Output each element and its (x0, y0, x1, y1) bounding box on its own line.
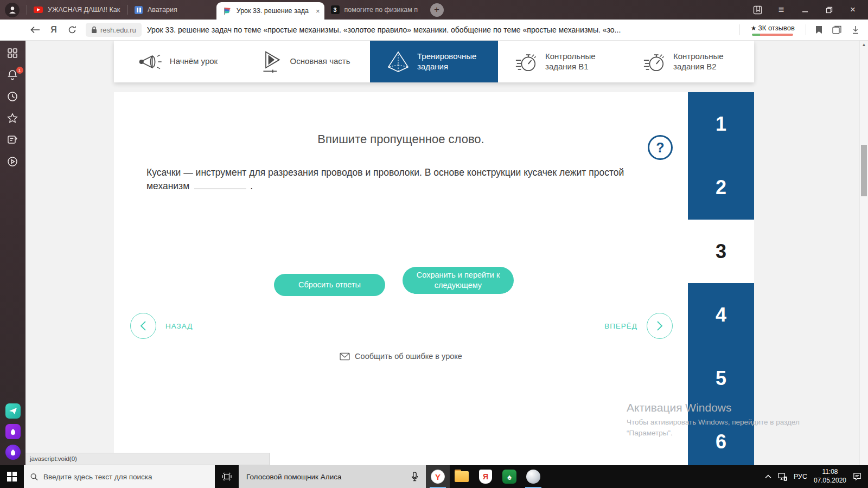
report-error-link[interactable]: Сообщить об ошибке в уроке (114, 352, 688, 361)
taskbar-file-explorer[interactable] (450, 465, 474, 488)
history-clock-icon[interactable] (7, 91, 20, 104)
alice-label: Голосовой помощник Алиса (246, 473, 341, 481)
reset-answers-button[interactable]: Сбросить ответы (274, 274, 385, 296)
lock-icon (91, 26, 97, 34)
scrollbar-thumb[interactable] (861, 145, 867, 196)
minimize-button[interactable] (794, 0, 816, 20)
tab-title: помогите по физикам по (344, 6, 418, 14)
site-identity-badge[interactable]: resh.edu.ru (86, 23, 142, 37)
menu-icon[interactable]: ≡ (770, 0, 792, 20)
tray-expand-chevron-icon[interactable] (765, 474, 771, 479)
tab-label: Контрольные задания В2 (673, 52, 737, 72)
video-play-icon[interactable] (7, 156, 20, 169)
feed-notes-icon[interactable] (7, 134, 20, 147)
address-toolbar: Я resh.edu.ru Урок 33. решение задач по … (0, 20, 868, 41)
clock[interactable]: 11:08 07.05.2020 (814, 468, 846, 485)
toolbar-divider (739, 24, 740, 35)
question-5[interactable]: 5 (688, 346, 754, 410)
profile-avatar[interactable] (5, 3, 20, 17)
collections-icon[interactable] (828, 25, 846, 34)
alice-app-icon[interactable] (5, 445, 21, 460)
question-3-current[interactable]: 3 (688, 220, 754, 283)
taskbar-search[interactable] (24, 465, 215, 488)
task-view-button[interactable] (215, 465, 239, 488)
yandex-shield-icon: Я (479, 470, 492, 484)
spade-icon: ♠ (502, 470, 516, 484)
question-text: Кусачки — инструмент для разрезания пров… (146, 166, 656, 194)
tab-close-icon[interactable]: × (316, 7, 320, 15)
browser-tab-bar: УЖАСНАЯ ДАША!! Как Со Аватария Урок 33. … (0, 0, 868, 20)
browser-tab-znanija[interactable]: 3 помогите по физикам по (324, 0, 425, 20)
back-label[interactable]: НАЗАД (165, 322, 193, 330)
side-panel-icon[interactable] (746, 0, 768, 20)
back-button[interactable] (26, 26, 44, 34)
reload-button[interactable] (63, 25, 81, 34)
scrollbar-up-arrow[interactable]: ▲ (860, 41, 868, 49)
question-after-blank: . (250, 181, 253, 191)
start-button[interactable] (0, 465, 24, 488)
forward-nav[interactable]: ВПЕРЁД (604, 313, 673, 339)
tab-control-tasks-b2[interactable]: Контрольные задания В2 (626, 41, 754, 82)
question-4[interactable]: 4 (688, 283, 754, 346)
language-indicator[interactable]: РУС (794, 473, 807, 480)
back-nav[interactable]: НАЗАД (130, 313, 193, 339)
znanija-icon: 3 (331, 5, 340, 14)
answer-blank-input[interactable] (194, 181, 246, 189)
network-display-icon[interactable] (778, 473, 787, 481)
alice-voice-assistant[interactable]: Голосовой помощник Алиса (239, 465, 426, 488)
tab-lesson-start[interactable]: Начнём урок (114, 41, 242, 82)
browser-tab-youtube[interactable]: УЖАСНАЯ ДАША!! Как Со (27, 0, 127, 20)
chevron-right-icon[interactable] (647, 313, 673, 339)
tab-main-part[interactable]: Основная часть (242, 41, 370, 82)
new-tab-button[interactable]: + (430, 3, 444, 17)
action-center-icon[interactable] (853, 472, 861, 481)
page-scrollbar[interactable]: ▲ (859, 41, 868, 465)
question-6[interactable]: 6 (688, 410, 754, 465)
help-button[interactable]: ? (648, 135, 673, 160)
site-reviews[interactable]: ★3К отзывов (751, 24, 795, 36)
domain-label: resh.edu.ru (100, 26, 136, 34)
task-card: Впишите пропущенное слово. ? Кусачки — и… (114, 92, 754, 465)
music-app-icon[interactable] (5, 424, 21, 439)
notifications-bell-icon[interactable]: 1 (7, 69, 20, 82)
browser-tab-avataria[interactable]: Аватария (128, 0, 184, 20)
stopwatch-icon (643, 50, 666, 73)
question-1[interactable]: 1 (688, 92, 754, 156)
browser-tab-lesson-active[interactable]: Урок 33. решение зада × (216, 2, 324, 20)
messenger-app-icon[interactable] (5, 403, 21, 419)
forward-label[interactable]: ВПЕРЁД (604, 322, 637, 330)
stopwatch-icon (515, 50, 538, 73)
windows-logo-icon (7, 472, 17, 481)
search-icon (30, 473, 38, 481)
reviews-label: 3К отзывов (758, 24, 795, 32)
tab-control-tasks-b1[interactable]: Контрольные задания В1 (498, 41, 626, 82)
taskbar-yandex-app[interactable]: Я (474, 465, 497, 488)
question-2[interactable]: 2 (688, 156, 754, 220)
tab-label: Тренировочные задания (417, 52, 481, 72)
folder-icon (455, 471, 469, 482)
star-icon: ★ (751, 24, 757, 32)
tab-training-tasks[interactable]: Тренировочные задания (370, 41, 498, 82)
tab-label: Контрольные задания В1 (545, 52, 609, 72)
system-tray: РУС 11:08 07.05.2020 (765, 465, 868, 488)
save-and-next-button[interactable]: Сохранить и перейти к следующему (403, 267, 514, 294)
task-title: Впишите пропущенное слово. (114, 132, 688, 146)
chevron-left-icon[interactable] (130, 313, 156, 339)
apps-grid-icon[interactable] (7, 47, 20, 60)
taskbar-poker-app[interactable]: ♠ (497, 465, 521, 488)
restore-button[interactable] (818, 0, 840, 20)
report-error-label: Сообщить об ошибке в уроке (355, 352, 462, 361)
search-input[interactable] (43, 473, 208, 481)
downloads-icon[interactable] (846, 25, 865, 34)
taskbar-sphere-app[interactable] (521, 465, 545, 488)
time: 11:08 (814, 468, 846, 477)
taskbar-yandex-browser[interactable]: Y (426, 465, 450, 488)
reviews-rating-bar (752, 34, 793, 36)
close-window-button[interactable]: × (842, 0, 864, 20)
tab-label: Основная часть (290, 56, 350, 67)
bookmark-icon[interactable] (809, 25, 828, 34)
resh-logo-icon (223, 7, 232, 15)
yandex-home-button[interactable]: Я (44, 25, 63, 35)
address-page-title[interactable]: Урок 33. решение задач по теме «простые … (147, 25, 736, 34)
favorites-star-icon[interactable] (7, 112, 20, 125)
